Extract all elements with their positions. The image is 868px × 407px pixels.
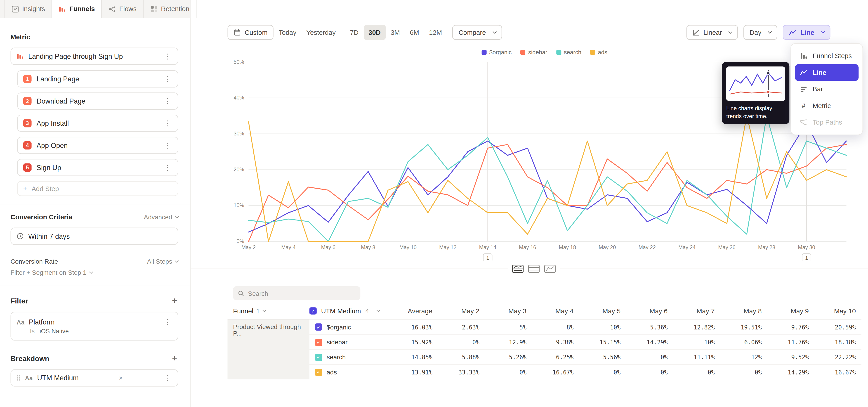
menu-item-funnel-steps[interactable]: Funnel Steps — [795, 48, 859, 64]
column-header-may-8: May 8 — [720, 307, 767, 315]
bar-chart-icon — [799, 85, 808, 93]
all-steps-dropdown[interactable]: All Steps — [147, 258, 178, 264]
layout-table-only-button[interactable] — [527, 264, 541, 274]
compare-label: Compare — [459, 29, 486, 36]
svg-text:20%: 20% — [234, 167, 244, 173]
kebab-icon[interactable]: ⋮ — [163, 318, 172, 325]
chart-type-tooltip: Line charts display trends over time. — [722, 62, 789, 124]
funnel-step-sign-up[interactable]: 5 Sign Up ⋮ — [17, 159, 178, 176]
table-row-sidebar[interactable]: ✓sidebar15.92%0%12.9%9.38%15.15%14.29%10… — [309, 335, 862, 349]
kebab-icon[interactable]: ⋮ — [163, 97, 172, 105]
funnel-step-download-page[interactable]: 2 Download Page ⋮ — [17, 92, 178, 109]
yesterday-button[interactable]: Yesterday — [301, 25, 341, 40]
row-checkbox[interactable]: ✓ — [315, 354, 322, 361]
table-row-search[interactable]: ✓search14.85%5.88%5.26%6.25%5.56%0%11.11… — [309, 349, 862, 364]
legend-item-search[interactable]: search — [556, 49, 581, 55]
search-box[interactable] — [233, 286, 360, 300]
series-name: $organic — [327, 323, 351, 330]
kebab-icon[interactable]: ⋮ — [163, 374, 172, 382]
funnel-step-app-open[interactable]: 4 App Open ⋮ — [17, 137, 178, 154]
sidebar-body: Metric Landing Page through Sign Up ⋮ 1 … — [0, 18, 190, 407]
column-header-may-4: May 4 — [532, 307, 579, 315]
kebab-icon[interactable]: ⋮ — [163, 120, 172, 127]
legend-item-organic[interactable]: $organic — [482, 49, 512, 55]
kebab-icon[interactable]: ⋮ — [163, 53, 172, 60]
svg-text:May 22: May 22 — [639, 244, 656, 250]
svg-text:May 6: May 6 — [321, 244, 336, 250]
funnel-column-header[interactable]: Funnel 1 — [228, 307, 309, 315]
menu-item-bar[interactable]: Bar — [795, 81, 859, 97]
range-7d[interactable]: 7D — [345, 25, 364, 40]
kebab-icon[interactable]: ⋮ — [163, 164, 172, 171]
linear-scale-button[interactable]: Linear — [686, 25, 738, 40]
svg-text:40%: 40% — [234, 95, 244, 101]
filter-value[interactable]: iOS Native — [39, 327, 69, 334]
add-breakdown-button[interactable]: + — [171, 354, 178, 363]
value-cell: 11.11% — [673, 354, 720, 361]
range-30d[interactable]: 30D — [364, 25, 385, 40]
legend-item-ads[interactable]: ads — [590, 49, 608, 55]
value-cell: 14.29% — [767, 369, 814, 375]
chart-legend: $organicsidebarsearchads — [228, 49, 862, 55]
row-checkbox[interactable]: ✓ — [315, 323, 322, 331]
add-filter-button[interactable]: + — [171, 296, 178, 305]
svg-text:May 18: May 18 — [559, 244, 576, 250]
chevron-down-icon — [175, 259, 179, 262]
row-checkbox[interactable]: ✓ — [315, 339, 322, 346]
menu-item-metric[interactable]: # Metric — [795, 97, 859, 114]
filter-segment-toggle[interactable]: Filter + Segment on Step 1 — [11, 269, 178, 276]
today-button[interactable]: Today — [274, 25, 302, 40]
filter-card[interactable]: Aa Platform ⋮ Is iOS Native — [11, 312, 178, 341]
tab-flows[interactable]: Flows — [102, 0, 144, 18]
series-line-sidebar[interactable] — [249, 145, 846, 242]
filter-operator[interactable]: Is — [30, 327, 35, 334]
tab-retention[interactable]: Retention — [144, 0, 197, 18]
drag-handle-icon[interactable] — [17, 375, 20, 381]
funnel-title-card[interactable]: Landing Page through Sign Up ⋮ — [11, 48, 178, 65]
breakdown-card[interactable]: Aa UTM Medium × ⋮ — [11, 369, 178, 386]
funnel-step-landing-page[interactable]: 1 Landing Page ⋮ — [17, 70, 178, 88]
day-granularity-button[interactable]: Day — [743, 25, 777, 40]
row-checkbox[interactable]: ✓ — [315, 369, 322, 376]
select-all-checkbox[interactable]: ✓ — [309, 307, 317, 315]
value-cell: 20.59% — [814, 323, 861, 330]
svg-text:May 16: May 16 — [519, 244, 536, 250]
step-label: Landing Page — [37, 75, 79, 83]
table-row-ads[interactable]: ✓ads13.91%33.33%0%16.67%0%0%0%0%14.29%16… — [309, 364, 862, 379]
clock-icon — [17, 233, 24, 240]
menu-item-label: Funnel Steps — [813, 52, 852, 60]
tab-insights[interactable]: Insights — [4, 0, 52, 18]
menu-item-line[interactable]: Line — [795, 64, 859, 81]
range-3m[interactable]: 3M — [385, 25, 405, 40]
series-line-ads[interactable] — [249, 116, 846, 241]
add-step-button[interactable]: + Add Step — [17, 181, 178, 196]
remove-breakdown-icon[interactable]: × — [117, 374, 124, 382]
value-cell: 19.51% — [720, 323, 767, 330]
custom-date-button[interactable]: Custom — [228, 25, 274, 40]
compare-button[interactable]: Compare — [453, 25, 502, 40]
funnel-step-app-install[interactable]: 3 App Install ⋮ — [17, 115, 178, 132]
annotation-badge[interactable]: 1 — [483, 254, 492, 261]
chart-type-button[interactable]: Line — [783, 25, 831, 40]
range-6m[interactable]: 6M — [405, 25, 424, 40]
table-row-organic[interactable]: ✓$organic16.03%2.63%5%8%10%5.36%12.82%19… — [309, 319, 862, 335]
conversion-window-card[interactable]: Within 7 days — [11, 228, 178, 245]
kebab-icon[interactable]: ⋮ — [163, 142, 172, 149]
value-cell: 2.63% — [438, 323, 485, 330]
layout-chart-and-table-button[interactable] — [511, 264, 525, 274]
series-line-search[interactable] — [249, 116, 846, 241]
search-input[interactable] — [248, 290, 355, 296]
kebab-icon[interactable]: ⋮ — [163, 75, 172, 83]
conversion-criteria-heading: Conversion Criteria — [11, 213, 72, 221]
breakdown-column-header[interactable]: ✓ UTM Medium 4 — [309, 307, 394, 315]
range-12m[interactable]: 12M — [424, 25, 447, 40]
value-cell: 0% — [626, 354, 673, 361]
advanced-dropdown[interactable]: Advanced — [144, 214, 178, 220]
layout-chart-only-button[interactable] — [543, 264, 557, 274]
table-group-cell[interactable]: Product Viewed through P... — [228, 319, 309, 379]
legend-item-sidebar[interactable]: sidebar — [521, 49, 548, 55]
svg-text:May 28: May 28 — [758, 244, 775, 250]
legend-swatch — [556, 50, 561, 55]
tab-funnels[interactable]: Funnels — [52, 0, 102, 18]
annotation-badge[interactable]: 1 — [802, 254, 811, 261]
